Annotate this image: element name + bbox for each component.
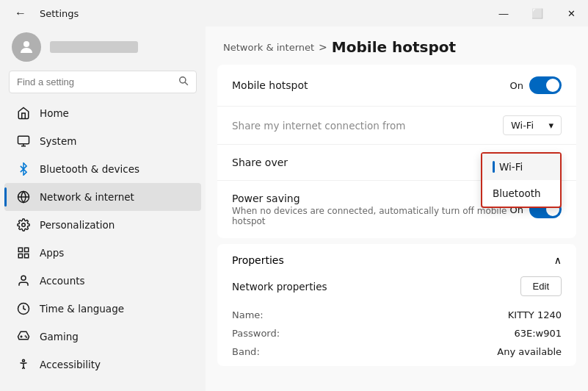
sidebar-item-apps[interactable]: Apps xyxy=(4,239,201,267)
chevron-down-icon: ▾ xyxy=(548,120,553,131)
time-icon xyxy=(16,301,31,316)
main-container: Home System Bluetooth & devices Network … xyxy=(0,26,588,391)
svg-line-2 xyxy=(185,82,188,85)
sidebar-item-time[interactable]: Time & language xyxy=(4,295,201,323)
sidebar-item-label: Home xyxy=(40,107,69,119)
search-box[interactable] xyxy=(9,71,197,93)
properties-content: Network properties Edit Name: KITTY 1240… xyxy=(217,276,576,366)
svg-point-8 xyxy=(22,223,26,227)
breadcrumb-separator: > xyxy=(319,41,327,53)
sidebar-item-network[interactable]: Network & internet xyxy=(4,183,201,211)
breadcrumb-parent: Network & internet xyxy=(223,42,314,53)
maximize-button[interactable]: ⬜ xyxy=(520,0,554,26)
bluetooth-icon xyxy=(16,162,31,176)
chevron-up-icon: ∧ xyxy=(554,254,562,266)
password-value: 63E:w901 xyxy=(514,328,562,339)
network-icon xyxy=(16,190,31,204)
breadcrumb-current: Mobile hotspot xyxy=(332,38,456,56)
power-saving-text: Power saving When no devices are connect… xyxy=(232,193,510,226)
svg-point-18 xyxy=(26,337,27,337)
gaming-icon xyxy=(16,329,31,344)
name-key: Name: xyxy=(232,309,264,320)
power-saving-label: Power saving xyxy=(232,193,510,204)
search-icon xyxy=(178,76,189,88)
sidebar-item-label: Accounts xyxy=(40,275,85,287)
avatar xyxy=(12,32,41,62)
sidebar-item-accounts[interactable]: Accounts xyxy=(4,267,201,295)
sidebar-item-home[interactable]: Home xyxy=(4,99,201,127)
sidebar-item-system[interactable]: System xyxy=(4,127,201,155)
properties-header: Properties ∧ xyxy=(217,244,576,276)
sidebar-item-label: Bluetooth & devices xyxy=(40,163,139,175)
band-key: Band: xyxy=(232,346,260,357)
back-button[interactable]: ← xyxy=(9,4,32,23)
password-row: Password: 63E:w901 xyxy=(232,320,562,339)
properties-card: Properties ∧ Network properties Edit Nam… xyxy=(217,244,576,366)
sidebar-item-label: System xyxy=(40,135,76,147)
mobile-hotspot-toggle-group: On xyxy=(510,76,562,94)
svg-rect-12 xyxy=(25,254,29,258)
sidebar-item-bluetooth[interactable]: Bluetooth & devices xyxy=(4,155,201,183)
dropdown-option-bluetooth[interactable]: Bluetooth xyxy=(482,180,560,207)
share-from-label: Share my internet connection from xyxy=(232,120,405,132)
sidebar: Home System Bluetooth & devices Network … xyxy=(0,26,206,391)
svg-rect-3 xyxy=(18,136,29,144)
network-properties-label: Network properties xyxy=(232,281,327,293)
svg-point-17 xyxy=(25,336,26,337)
sidebar-item-label: Network & internet xyxy=(40,191,134,203)
share-over-dropdown-open: Wi-Fi Bluetooth xyxy=(481,152,562,208)
titlebar: ← Settings — ⬜ ✕ xyxy=(0,0,588,26)
sidebar-item-label: Time & language xyxy=(40,303,124,315)
selected-indicator xyxy=(493,161,495,173)
sidebar-nav: Home System Bluetooth & devices Network … xyxy=(0,99,206,379)
sidebar-item-label: Accessibility xyxy=(40,359,101,370)
share-over-label: Share over xyxy=(232,157,288,168)
share-over-row: Share over Wi-Fi Bluetooth xyxy=(217,145,576,181)
titlebar-title: Settings xyxy=(40,8,79,19)
search-input[interactable] xyxy=(17,76,173,87)
personalization-icon xyxy=(16,218,31,232)
sidebar-profile xyxy=(0,26,206,71)
name-value: KITTY 1240 xyxy=(508,309,562,320)
dropdown-option-wifi[interactable]: Wi-Fi xyxy=(482,154,560,180)
mobile-hotspot-card: Mobile hotspot On Share my internet conn… xyxy=(217,65,576,238)
breadcrumb: Network & internet > Mobile hotspot xyxy=(206,26,588,65)
mobile-hotspot-label: Mobile hotspot xyxy=(232,79,308,91)
mobile-hotspot-row: Mobile hotspot On xyxy=(217,65,576,107)
sidebar-item-personalization[interactable]: Personalization xyxy=(4,211,201,239)
svg-point-0 xyxy=(23,41,29,47)
accessibility-icon xyxy=(16,357,31,372)
apps-icon xyxy=(16,245,31,260)
profile-name-placeholder xyxy=(50,41,138,53)
system-icon xyxy=(16,134,31,148)
share-from-value: Wi-Fi xyxy=(511,120,534,131)
minimize-button[interactable]: — xyxy=(487,0,520,26)
network-properties-header: Network properties Edit xyxy=(232,276,562,302)
close-button[interactable]: ✕ xyxy=(554,0,588,26)
svg-point-1 xyxy=(180,77,186,83)
wifi-option-label: Wi-Fi xyxy=(499,161,523,173)
home-icon xyxy=(16,106,31,121)
share-from-row: Share my internet connection from Wi-Fi … xyxy=(217,107,576,145)
power-saving-sublabel: When no devices are connected, automatic… xyxy=(232,206,510,226)
properties-label: Properties xyxy=(232,254,284,266)
name-row: Name: KITTY 1240 xyxy=(232,302,562,320)
accounts-icon xyxy=(16,273,31,288)
svg-point-13 xyxy=(21,276,26,280)
svg-point-19 xyxy=(23,359,25,362)
svg-rect-9 xyxy=(18,248,22,251)
sidebar-item-gaming[interactable]: Gaming xyxy=(4,323,201,351)
share-from-dropdown[interactable]: Wi-Fi ▾ xyxy=(503,115,562,135)
svg-rect-11 xyxy=(18,254,22,258)
sidebar-item-label: Apps xyxy=(40,247,64,259)
band-row: Band: Any available xyxy=(232,339,562,357)
bluetooth-option-label: Bluetooth xyxy=(493,187,541,199)
sidebar-item-label: Gaming xyxy=(40,331,79,342)
band-value: Any available xyxy=(497,346,562,357)
mobile-hotspot-toggle[interactable] xyxy=(529,76,562,94)
edit-button[interactable]: Edit xyxy=(520,276,562,296)
sidebar-item-accessibility[interactable]: Accessibility xyxy=(4,351,201,379)
titlebar-left: ← Settings xyxy=(9,4,79,23)
sidebar-item-label: Personalization xyxy=(40,219,115,231)
titlebar-controls: — ⬜ ✕ xyxy=(487,0,588,26)
